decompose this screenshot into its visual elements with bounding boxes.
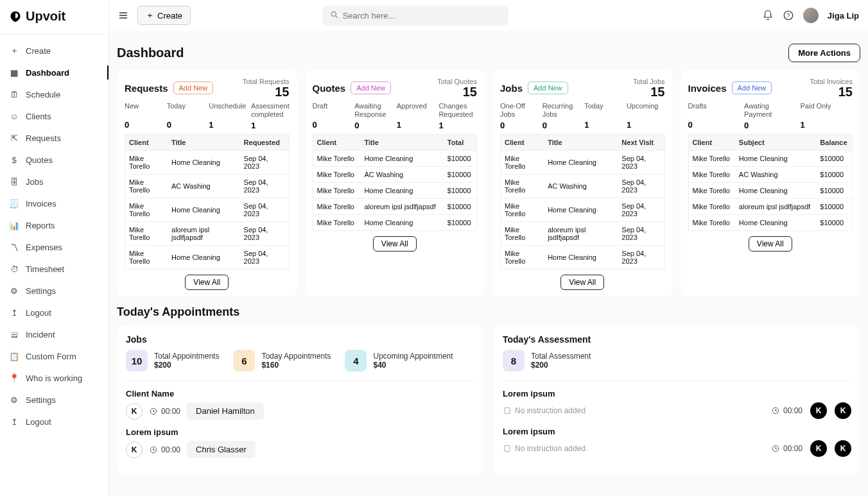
table-row[interactable]: Mike TorelloAC WashingSep 04, 2023: [501, 175, 665, 198]
table-row[interactable]: Mike TorelloHome CleaningSep 04, 2023: [501, 198, 665, 222]
bell-icon[interactable]: [762, 10, 774, 21]
avatar-badge: K: [126, 403, 143, 420]
sidebar-item-quotes[interactable]: $Quotes: [0, 149, 108, 171]
nav-label: Dashboard: [26, 68, 69, 78]
table-row[interactable]: Mike TorelloHome Cleaning$10000: [688, 151, 853, 167]
stat-label: Unschedule: [209, 102, 247, 117]
table-row[interactable]: Mike TorelloAC Washing$10000: [688, 167, 853, 183]
stat-label: Awating Payment: [744, 102, 797, 118]
sidebar-item-clients[interactable]: ☺Clients: [0, 105, 108, 127]
table-row[interactable]: Mike TorelloAC WashingSep 04, 2023: [125, 175, 290, 198]
person-name[interactable]: Chris Glasser: [187, 441, 256, 458]
total-value: 15: [810, 85, 853, 98]
sidebar-item-logout[interactable]: ↥Logout: [0, 411, 108, 432]
time-value: 00:00: [149, 445, 180, 454]
sidebar-item-settings[interactable]: ⚙Settings: [0, 280, 108, 302]
table-row[interactable]: Mike TorelloHome Cleaning$10000: [313, 151, 477, 167]
sidebar-item-schedule[interactable]: 🗓Schedule: [0, 83, 108, 105]
sidebar-nav: ＋Create: [0, 40, 108, 62]
sidebar-item-incident[interactable]: 🛎Incident: [0, 323, 108, 345]
jobs-card: JobsAdd NewTotal Jobs15One-Off Jobs0Recu…: [492, 70, 673, 296]
table-row[interactable]: Mike TorelloHome Cleaning$10000: [313, 183, 477, 199]
table-row[interactable]: Mike TorelloHome CleaningSep 04, 2023: [125, 246, 290, 269]
sidebar-item-timesheet[interactable]: ⏱Timesheet: [0, 258, 108, 280]
stat-value: 1: [438, 121, 443, 130]
sidebar-item-reports[interactable]: 📊Reports: [0, 214, 108, 236]
view-all-button[interactable]: View All: [373, 236, 417, 252]
add-new-button[interactable]: Add New: [173, 81, 214, 94]
card-title: Invoices: [688, 83, 727, 94]
sidebar-item-create[interactable]: ＋Create: [0, 40, 108, 62]
search-input[interactable]: [343, 11, 501, 21]
nav-icon: 🗄: [9, 176, 19, 187]
more-actions-button[interactable]: More Actions: [788, 44, 860, 62]
table-row[interactable]: Mike TorelloHome CleaningSep 04, 2023: [125, 198, 290, 222]
card-table: ClientTitleTotalMike TorelloHome Cleanin…: [313, 134, 478, 231]
time-value: 00:00: [149, 407, 180, 416]
appointment-item: Lorem ipsumK00:00Chris Glasser: [126, 427, 474, 458]
nav-icon: ⇱: [9, 133, 19, 143]
table-row[interactable]: Mike TorelloAC Washing$10000: [313, 167, 477, 183]
page-title: Dashboard: [117, 46, 184, 60]
avatar[interactable]: [803, 8, 819, 23]
stat-label: Paid Only: [801, 102, 853, 117]
stat-label: Approved: [397, 102, 435, 117]
search-box[interactable]: [322, 6, 508, 26]
sidebar-item-settings[interactable]: ⚙Settings: [0, 389, 108, 411]
nav-icon: ↥: [9, 307, 19, 318]
sidebar-item-expenses[interactable]: 〽Expenses: [0, 236, 108, 258]
brand-logo: Upvoit: [0, 9, 108, 35]
total-value: 15: [243, 85, 290, 98]
sidebar-item-requests[interactable]: ⇱Requests: [0, 127, 108, 149]
sidebar-item-dashboard[interactable]: ▦Dashboard: [0, 62, 108, 83]
table-row[interactable]: Mike TorelloHome Cleaning$10000: [688, 215, 853, 231]
quotes-card: QuotesAdd NewTotal Quotes15Draft0Awaitin…: [305, 70, 485, 296]
add-new-button[interactable]: Add New: [351, 81, 391, 94]
appointment-item: Client NameK00:00Daniel Hamilton: [126, 389, 474, 420]
view-all-button[interactable]: View All: [185, 275, 229, 290]
metric-amount: $200: [531, 361, 591, 370]
table-row[interactable]: Mike TorelloHome Cleaning$10000: [688, 183, 853, 199]
clock-icon: [771, 444, 780, 453]
sidebar-item-jobs[interactable]: 🗄Jobs: [0, 171, 108, 192]
table-row[interactable]: Mike TorelloHome CleaningSep 04, 2023: [125, 151, 290, 175]
table-row[interactable]: Mike TorelloHome Cleaning$10000: [313, 215, 477, 231]
card-title: Quotes: [313, 83, 346, 94]
assessment-name: Lorem ipsum: [503, 427, 851, 436]
metric-label: Today Appointments: [261, 352, 331, 361]
table-header: Client: [501, 135, 544, 151]
hamburger-icon[interactable]: [118, 10, 128, 21]
sidebar-item-logout[interactable]: ↥Logout: [0, 302, 108, 323]
table-row[interactable]: Mike Torelloaloreum ipsl jsdlfjapsdf$100…: [313, 199, 477, 215]
total-value: 15: [633, 85, 665, 98]
view-all-button[interactable]: View All: [560, 275, 604, 290]
nav-label: Reports: [26, 221, 55, 230]
add-new-button[interactable]: Add New: [528, 81, 568, 94]
stat-value: 1: [584, 120, 589, 130]
view-all-button[interactable]: View All: [749, 236, 792, 252]
table-row[interactable]: Mike Torelloaloreum ipsl jsdlfjapsdfSep …: [125, 222, 290, 246]
avatar-badge: K: [835, 440, 851, 457]
invoices-card: InvoicesAdd NewTotal Invoices15Drafts0Aw…: [681, 70, 861, 296]
sidebar-item-custom-form[interactable]: 📋Custom Form: [0, 345, 108, 367]
sidebar-item-who-is-working[interactable]: 📍Who is working: [0, 367, 108, 389]
help-icon[interactable]: ?: [783, 10, 794, 21]
card-table: ClientTitleNext VisitMike TorelloHome Cl…: [500, 134, 665, 269]
brand-text: Upvoit: [26, 9, 65, 24]
add-new-button[interactable]: Add New: [732, 81, 772, 94]
sidebar-item-invoices[interactable]: 🧾Invoices: [0, 192, 108, 214]
nav-label: Timesheet: [26, 264, 64, 274]
create-button[interactable]: ＋ Create: [137, 6, 191, 25]
nav-label: Quotes: [26, 155, 53, 165]
stat-value: 0: [744, 121, 749, 130]
table-row[interactable]: Mike TorelloHome CleaningSep 04, 2023: [501, 246, 665, 269]
table-row[interactable]: Mike Torelloaloreum ipsl jsdlfjapsdfSep …: [501, 222, 665, 246]
nav-label: Settings: [26, 286, 56, 296]
jobs-panel: Jobs 10Total Appointments$2006Today Appo…: [117, 325, 483, 475]
table-row[interactable]: Mike Torelloaloreum ipsl jsdlfjapsdf$100…: [688, 199, 853, 215]
stat-label: Today: [167, 102, 205, 117]
card-table: ClientTitleRequestedMike TorelloHome Cle…: [125, 134, 290, 269]
topbar: ＋ Create ? Jiga Lip: [109, 0, 868, 31]
person-name[interactable]: Daniel Hamilton: [187, 402, 264, 420]
table-row[interactable]: Mike TorelloHome CleaningSep 04, 2023: [501, 151, 665, 175]
